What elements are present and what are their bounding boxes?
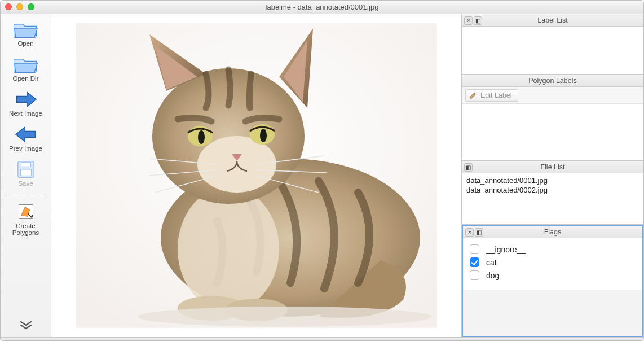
open-dir-label: Open Dir <box>12 75 38 82</box>
app-window: labelme - data_annotated/0001.jpg Open O… <box>0 0 644 341</box>
status-bar <box>1 337 643 340</box>
next-image-label: Next Image <box>9 110 42 117</box>
panel-close-icon[interactable]: ✕ <box>464 16 473 25</box>
loaded-image <box>76 23 437 328</box>
label-list-title: Label List <box>462 16 643 24</box>
file-list-item[interactable]: data_annotated/0001.jpg <box>466 176 639 185</box>
flags-body: __ignore__ cat dog <box>463 238 642 290</box>
file-list-body[interactable]: data_annotated/0001.jpg data_annotated/0… <box>462 173 643 224</box>
svg-point-15 <box>138 307 431 327</box>
polygon-labels-title: Polygon Labels <box>462 77 643 85</box>
window-controls <box>5 3 34 10</box>
toolbar-separator <box>6 195 46 195</box>
svg-point-6 <box>178 187 279 311</box>
window-title: labelme - data_annotated/0001.jpg <box>1 3 643 11</box>
edit-label-button[interactable]: Edit Label <box>465 89 518 102</box>
next-image-button[interactable]: Next Image <box>3 88 48 120</box>
open-button[interactable]: Open <box>3 18 48 50</box>
file-list-panel: ◧ File List data_annotated/0001.jpg data… <box>462 161 643 225</box>
prev-image-button[interactable]: Prev Image <box>3 123 48 155</box>
checkbox[interactable] <box>470 270 479 280</box>
file-list-item[interactable]: data_annotated/0002.jpg <box>466 185 639 195</box>
open-dir-button[interactable]: Open Dir <box>3 53 48 85</box>
panel-close-icon[interactable]: ✕ <box>465 228 474 237</box>
flag-label: dog <box>486 271 499 280</box>
panel-undock-icon[interactable]: ◧ <box>464 163 473 172</box>
panel-undock-icon[interactable]: ◧ <box>475 228 483 237</box>
create-polygons-button[interactable]: Create Polygons <box>3 200 48 239</box>
checkbox[interactable] <box>470 257 479 267</box>
checkbox[interactable] <box>470 244 479 254</box>
minimize-icon[interactable] <box>16 3 23 10</box>
flag-row-ignore[interactable]: __ignore__ <box>470 243 636 256</box>
zoom-icon[interactable] <box>28 3 34 10</box>
create-polygons-label: Create Polygons <box>12 222 39 236</box>
flag-row-dog[interactable]: dog <box>470 269 636 282</box>
flags-panel: ✕ ◧ Flags __ignore__ cat <box>462 225 643 337</box>
folder-open-icon <box>14 20 38 39</box>
svg-point-13 <box>198 130 205 144</box>
canvas-area[interactable] <box>51 14 461 337</box>
flag-label: cat <box>486 258 497 267</box>
left-toolbar: Open Open Dir Next Image Prev Image <box>1 14 51 337</box>
arrow-right-icon <box>14 90 38 109</box>
floppy-disk-icon <box>14 160 38 179</box>
label-list-body[interactable] <box>462 27 643 74</box>
titlebar: labelme - data_annotated/0001.jpg <box>1 1 643 14</box>
svg-point-14 <box>260 129 267 142</box>
open-label: Open <box>17 40 33 47</box>
close-icon[interactable] <box>5 3 12 10</box>
edit-label-text: Edit Label <box>480 91 512 99</box>
folder-icon <box>14 55 38 74</box>
save-button[interactable]: Save <box>3 158 48 190</box>
prev-image-label: Prev Image <box>9 145 42 152</box>
label-list-panel: ✕ ◧ Label List <box>462 14 643 75</box>
save-label: Save <box>18 180 33 187</box>
side-panel: ✕ ◧ Label List Polygon Labels Edi <box>461 14 643 337</box>
flag-label: __ignore__ <box>486 245 526 254</box>
pencil-icon <box>469 91 477 99</box>
toolbar-overflow-button[interactable] <box>20 321 32 331</box>
svg-rect-1 <box>21 163 30 167</box>
flag-row-cat[interactable]: cat <box>470 256 636 269</box>
arrow-left-icon <box>14 125 38 144</box>
file-list-title: File List <box>462 163 643 171</box>
svg-rect-2 <box>20 169 31 176</box>
flags-title: Flags <box>463 228 642 236</box>
polygon-labels-body[interactable] <box>462 104 643 160</box>
panel-undock-icon[interactable]: ◧ <box>474 16 482 25</box>
polygon-tool-icon <box>14 202 38 221</box>
polygon-labels-panel: Polygon Labels Edit Label <box>462 75 643 161</box>
